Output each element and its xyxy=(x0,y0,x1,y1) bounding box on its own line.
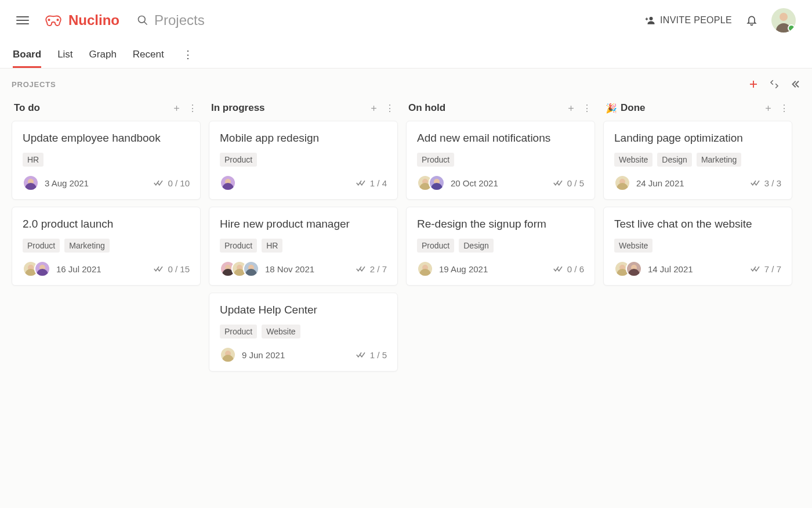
card-checklist: 0 / 15 xyxy=(154,264,190,274)
column-add-icon[interactable] xyxy=(369,103,378,113)
columns-container: To do⋮Update employee handbookHR3 Aug 20… xyxy=(12,100,800,372)
card-avatars xyxy=(23,261,50,277)
column: To do⋮Update employee handbookHR3 Aug 20… xyxy=(12,100,201,372)
avatar xyxy=(220,175,236,191)
card-footer-left: 20 Oct 2021 xyxy=(417,175,498,191)
column-tools: ⋮ xyxy=(369,103,394,113)
card-checklist: 0 / 6 xyxy=(553,264,584,274)
card-footer-left: 24 Jun 2021 xyxy=(614,175,684,191)
card-footer: 14 Jul 20217 / 7 xyxy=(614,261,781,277)
card-avatars xyxy=(220,261,259,277)
avatar xyxy=(243,261,259,277)
card-title: Update Help Center xyxy=(220,304,387,316)
checklist-count: 0 / 15 xyxy=(168,264,190,274)
card-avatars xyxy=(614,175,630,191)
card-tags: ProductDesign xyxy=(417,239,584,253)
card[interactable]: Update employee handbookHR3 Aug 20210 / … xyxy=(12,121,201,200)
tag: Website xyxy=(614,239,652,253)
card[interactable]: Re-design the signup formProductDesign19… xyxy=(406,207,595,286)
view-tabs: Board List Graph Recent ⋮ xyxy=(0,41,812,69)
card-footer: 19 Aug 20210 / 6 xyxy=(417,261,584,277)
column-emoji: 🎉 xyxy=(606,103,617,114)
brand-logo[interactable]: Nuclino xyxy=(43,12,119,28)
column-tools: ⋮ xyxy=(172,103,197,113)
card[interactable]: Landing page optimizationWebsiteDesignMa… xyxy=(603,121,792,200)
card[interactable]: Update Help CenterProductWebsite9 Jun 20… xyxy=(209,293,398,372)
card-date: 18 Nov 2021 xyxy=(265,264,314,274)
card-checklist: 7 / 7 xyxy=(751,264,781,274)
column-add-icon[interactable] xyxy=(763,103,773,113)
topbar: Nuclino Projects INVITE PEOPLE xyxy=(0,0,812,41)
column-more-icon[interactable]: ⋮ xyxy=(780,103,789,113)
cards-list: Add new email notificationsProduct20 Oct… xyxy=(406,121,595,286)
card-avatars xyxy=(614,261,642,277)
card-title: 2.0 product launch xyxy=(23,218,190,230)
avatar xyxy=(417,261,433,277)
card-avatars xyxy=(23,175,39,191)
column-title-text: On hold xyxy=(408,102,445,114)
card-avatars xyxy=(220,347,236,363)
column-title[interactable]: On hold xyxy=(408,102,445,114)
column-more-icon[interactable]: ⋮ xyxy=(188,103,197,113)
hide-panel-icon[interactable] xyxy=(790,79,800,89)
collapse-icon[interactable] xyxy=(769,79,780,89)
tab-board[interactable]: Board xyxy=(13,41,41,68)
card-title: Test live chat on the website xyxy=(614,218,781,230)
tag: Product xyxy=(417,239,454,253)
card-checklist: 1 / 5 xyxy=(356,350,387,360)
card-footer-left xyxy=(220,175,236,191)
user-avatar[interactable] xyxy=(771,8,796,33)
column-title[interactable]: In progress xyxy=(211,102,265,114)
column-title[interactable]: To do xyxy=(14,102,40,114)
search-placeholder: Projects xyxy=(154,12,205,28)
card[interactable]: Test live chat on the websiteWebsite14 J… xyxy=(603,207,792,286)
avatar xyxy=(220,347,236,363)
card-title: Mobile app redesign xyxy=(220,132,387,145)
search-icon xyxy=(137,15,148,26)
column-more-icon[interactable]: ⋮ xyxy=(582,103,592,113)
tag: Design xyxy=(657,153,692,167)
tag: Product xyxy=(417,153,454,167)
brand-name: Nuclino xyxy=(68,12,119,28)
column-more-icon[interactable]: ⋮ xyxy=(385,103,394,113)
tab-recent[interactable]: Recent xyxy=(133,41,164,68)
card-date: 24 Jun 2021 xyxy=(636,178,684,188)
cards-list: Mobile app redesignProduct1 / 4Hire new … xyxy=(209,121,398,372)
column: 🎉Done⋮Landing page optimizationWebsiteDe… xyxy=(603,100,792,372)
invite-people-button[interactable]: INVITE PEOPLE xyxy=(645,15,732,26)
avatar xyxy=(23,175,39,191)
card-title: Re-design the signup form xyxy=(417,218,584,230)
column-title-text: In progress xyxy=(211,102,265,114)
card[interactable]: Add new email notificationsProduct20 Oct… xyxy=(406,121,595,200)
card-tags: ProductHR xyxy=(220,239,387,253)
menu-button[interactable] xyxy=(16,14,29,27)
tab-list[interactable]: List xyxy=(57,41,72,68)
add-column-icon[interactable] xyxy=(748,79,759,89)
card-title: Landing page optimization xyxy=(614,132,781,145)
brain-icon xyxy=(43,13,64,27)
avatar xyxy=(429,175,445,191)
tab-more-icon[interactable]: ⋮ xyxy=(180,48,195,61)
column-header: To do⋮ xyxy=(12,100,201,121)
svg-point-1 xyxy=(57,19,58,20)
card-footer-left: 3 Aug 2021 xyxy=(23,175,89,191)
column-add-icon[interactable] xyxy=(566,103,575,113)
column-add-icon[interactable] xyxy=(172,103,181,113)
search-input[interactable]: Projects xyxy=(137,12,645,28)
card-date: 3 Aug 2021 xyxy=(45,178,89,188)
card-footer-left: 19 Aug 2021 xyxy=(417,261,488,277)
card-tags: Website xyxy=(614,239,781,253)
column-title[interactable]: 🎉Done xyxy=(606,102,646,114)
card-date: 9 Jun 2021 xyxy=(242,350,285,360)
column-title-text: To do xyxy=(14,102,40,114)
tab-graph[interactable]: Graph xyxy=(89,41,117,68)
card[interactable]: 2.0 product launchProductMarketing16 Jul… xyxy=(12,207,201,286)
card[interactable]: Mobile app redesignProduct1 / 4 xyxy=(209,121,398,200)
board-actions xyxy=(748,79,800,89)
tag: Product xyxy=(220,325,257,338)
checklist-count: 2 / 7 xyxy=(370,264,387,274)
notifications-icon[interactable] xyxy=(746,15,757,26)
board-title: PROJECTS xyxy=(12,80,56,89)
card[interactable]: Hire new product managerProductHR18 Nov … xyxy=(209,207,398,286)
card-avatars xyxy=(417,261,433,277)
